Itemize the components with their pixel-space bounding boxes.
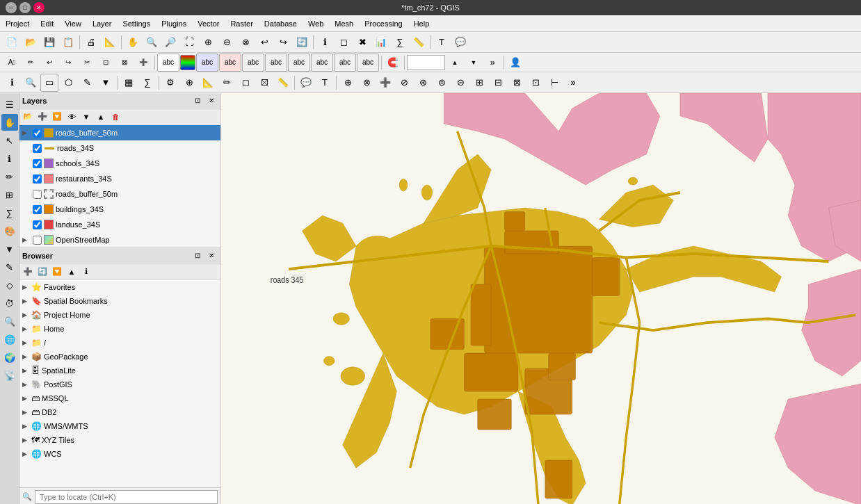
layer-visibility-checkbox[interactable] bbox=[33, 236, 42, 245]
label-tool7[interactable]: ⊠ bbox=[115, 54, 134, 72]
open-layer-btn[interactable]: 📂 bbox=[21, 110, 35, 124]
layer-schools-34s[interactable]: schools_34S bbox=[19, 156, 220, 171]
select-poly[interactable]: ⬡ bbox=[59, 74, 77, 92]
tree-wcs[interactable]: ▶ 🌐 WCS bbox=[19, 447, 220, 461]
layer-landuse-34s[interactable]: landuse_34S bbox=[19, 217, 220, 232]
collapse-all-btn[interactable]: ▲ bbox=[94, 110, 108, 124]
abc6-label[interactable]: abc bbox=[288, 54, 310, 72]
attribute-table-button[interactable]: 📊 bbox=[372, 33, 390, 51]
move-label[interactable]: T bbox=[316, 74, 334, 92]
browser-info-btn[interactable]: ℹ bbox=[79, 265, 93, 279]
menu-mesh[interactable]: Mesh bbox=[329, 15, 359, 32]
layer-openstreetmap[interactable]: ▶ OpenStreetMap bbox=[19, 232, 220, 247]
layer-visibility-checkbox[interactable] bbox=[33, 190, 42, 199]
layer-visibility-checkbox[interactable] bbox=[33, 159, 42, 168]
snap3[interactable]: ➕ bbox=[376, 74, 394, 92]
browser-float-button[interactable]: ⊡ bbox=[191, 250, 204, 262]
menu-view[interactable]: View bbox=[59, 15, 87, 32]
label-tool2[interactable]: ✏ bbox=[22, 54, 40, 72]
info-tool[interactable]: ℹ bbox=[3, 74, 21, 92]
layer-visibility-checkbox[interactable] bbox=[33, 144, 42, 153]
zoom-selection-button[interactable]: ⊕ bbox=[199, 33, 217, 51]
remove-layer-btn[interactable]: 🗑 bbox=[108, 110, 122, 124]
snap1[interactable]: ⊕ bbox=[339, 74, 357, 92]
abc3-label[interactable]: abc bbox=[219, 54, 241, 72]
digitize1[interactable]: 📐 bbox=[199, 74, 217, 92]
measure-line[interactable]: 📏 bbox=[274, 74, 292, 92]
side-3d-icon[interactable]: 🌐 bbox=[1, 331, 18, 348]
snap8[interactable]: ⊞ bbox=[470, 74, 488, 92]
layers-float-button[interactable]: ⊡ bbox=[191, 95, 204, 107]
tree-favorites[interactable]: ▶ ⭐ Favorites bbox=[19, 280, 220, 294]
deselect-button[interactable]: ✖ bbox=[353, 33, 371, 51]
tree-xyz[interactable]: ▶ 🗺 XYZ Tiles bbox=[19, 433, 220, 447]
layer-visibility-checkbox[interactable] bbox=[33, 220, 42, 229]
attr-table-btn[interactable]: ▦ bbox=[120, 74, 138, 92]
annotation-button[interactable]: 💬 bbox=[451, 33, 469, 51]
menu-web[interactable]: Web bbox=[303, 15, 329, 32]
tree-spatial-bookmarks[interactable]: ▶ 🔖 Spatial Bookmarks bbox=[19, 294, 220, 308]
abc5-label[interactable]: abc bbox=[265, 54, 287, 72]
label-tool8[interactable]: ➕ bbox=[134, 54, 152, 72]
side-grid-icon[interactable]: ⊞ bbox=[1, 186, 18, 203]
layer-visibility-checkbox[interactable] bbox=[33, 129, 42, 138]
abc7-label[interactable]: abc bbox=[311, 54, 333, 72]
menu-plugins[interactable]: Plugins bbox=[156, 15, 192, 32]
side-edit-icon[interactable]: ✎ bbox=[1, 259, 18, 275]
digitize4[interactable]: ⛝ bbox=[255, 74, 273, 92]
abc-label[interactable]: abc bbox=[157, 54, 179, 72]
layer-visibility-checkbox[interactable] bbox=[33, 174, 42, 184]
stat-btn[interactable]: ∑ bbox=[138, 74, 156, 92]
new-project-button[interactable]: 📄 bbox=[3, 33, 21, 51]
tree-home[interactable]: ▶ 📁 Home bbox=[19, 322, 220, 336]
side-select-icon[interactable]: ↖ bbox=[1, 132, 18, 149]
layer-roads-buffer-50m-2[interactable]: roads_buffer_50m bbox=[19, 186, 220, 202]
menu-project[interactable]: Project bbox=[0, 15, 35, 32]
toolbar-extra[interactable]: 🧲 bbox=[384, 54, 402, 72]
snap11[interactable]: ⊡ bbox=[526, 74, 545, 92]
snap4[interactable]: ⊘ bbox=[395, 74, 413, 92]
map-area[interactable]: roads 345 bbox=[221, 93, 861, 504]
menu-layer[interactable]: Layer bbox=[87, 15, 118, 32]
side-globe-icon[interactable]: 🌍 bbox=[1, 349, 18, 366]
side-zoom-icon[interactable]: 🔍 bbox=[1, 313, 18, 330]
side-digitize-icon[interactable]: ✏ bbox=[1, 168, 18, 185]
compose-button[interactable]: 📐 bbox=[101, 33, 119, 51]
tree-postgis[interactable]: ▶ 🐘 PostGIS bbox=[19, 377, 220, 391]
field-calc-button[interactable]: ∑ bbox=[391, 33, 409, 51]
tree-root[interactable]: ▶ 📁 / bbox=[19, 336, 220, 350]
digitize2[interactable]: ✏ bbox=[218, 74, 236, 92]
zoom-last-button[interactable]: ↩ bbox=[255, 33, 273, 51]
select-more[interactable]: ▼ bbox=[97, 74, 115, 92]
abc2-label[interactable]: abc bbox=[196, 54, 218, 72]
zoom-in-button[interactable]: 🔍 bbox=[143, 33, 161, 51]
refresh-button[interactable]: 🔄 bbox=[293, 33, 311, 51]
layer-visibility-btn[interactable]: 👁 bbox=[65, 110, 79, 124]
snap5[interactable]: ⊛ bbox=[414, 74, 432, 92]
layer-buildings-34s[interactable]: buildings_34S bbox=[19, 202, 220, 217]
menu-help[interactable]: Help bbox=[408, 15, 435, 32]
zoom-extent-button[interactable]: ⛶ bbox=[180, 33, 198, 51]
save-as-button[interactable]: 📋 bbox=[59, 33, 77, 51]
snap6[interactable]: ⊜ bbox=[433, 74, 451, 92]
snap9[interactable]: ⊟ bbox=[489, 74, 507, 92]
close-button[interactable]: ✕ bbox=[33, 2, 45, 13]
side-formula-icon[interactable]: ∑ bbox=[1, 204, 18, 221]
side-arrow-down[interactable]: ▼ bbox=[1, 241, 18, 257]
browser-close-button[interactable]: ✕ bbox=[205, 250, 218, 262]
zoom-native-button[interactable]: ⊗ bbox=[236, 33, 255, 51]
more2[interactable]: » bbox=[564, 74, 582, 92]
zoom-spin-up[interactable]: ▲ bbox=[446, 54, 464, 72]
annotate1[interactable]: 💬 bbox=[297, 74, 315, 92]
tree-wms[interactable]: ▶ 🌐 WMS/WMTS bbox=[19, 419, 220, 433]
label-tool1[interactable]: A⃝ bbox=[3, 54, 21, 72]
filter-layer-btn[interactable]: 🔽 bbox=[50, 110, 64, 124]
menu-vector[interactable]: Vector bbox=[192, 15, 225, 32]
zoom-out-button[interactable]: 🔎 bbox=[161, 33, 179, 51]
tree-mssql[interactable]: ▶ 🗃 MSSQL bbox=[19, 391, 220, 405]
more-tools[interactable]: » bbox=[483, 54, 501, 72]
label-tool4[interactable]: ↪ bbox=[59, 54, 77, 72]
zoom-spin-down[interactable]: ▼ bbox=[465, 54, 483, 72]
label-tool6[interactable]: ⊡ bbox=[97, 54, 115, 72]
menu-database[interactable]: Database bbox=[259, 15, 303, 32]
